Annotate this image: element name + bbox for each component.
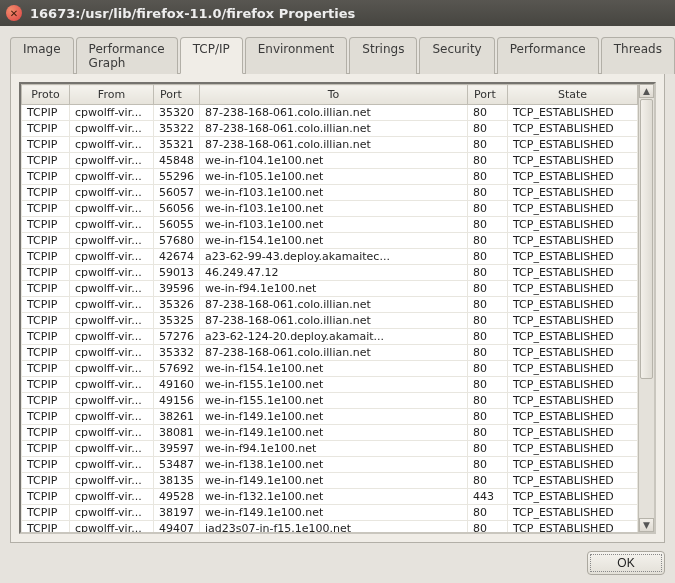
- ok-button[interactable]: OK: [587, 551, 665, 575]
- table-row[interactable]: TCPIPcpwolff-vir...57692we-in-f154.1e100…: [22, 361, 638, 377]
- table-cell: a23-62-124-20.deploy.akamait...: [200, 329, 468, 345]
- table-cell: cpwolff-vir...: [70, 505, 154, 521]
- table-cell: 56055: [154, 217, 200, 233]
- table-cell: we-in-f149.1e100.net: [200, 425, 468, 441]
- table-cell: 56057: [154, 185, 200, 201]
- table-row[interactable]: TCPIPcpwolff-vir...3532687-238-168-061.c…: [22, 297, 638, 313]
- table-cell: 80: [468, 169, 508, 185]
- table-cell: 80: [468, 409, 508, 425]
- table-cell: TCP_ESTABLISHED: [508, 473, 638, 489]
- table-cell: TCP_ESTABLISHED: [508, 393, 638, 409]
- table-cell: 53487: [154, 457, 200, 473]
- table-cell: 35326: [154, 297, 200, 313]
- tab-strings[interactable]: Strings: [349, 37, 417, 74]
- table-cell: we-in-f103.1e100.net: [200, 185, 468, 201]
- table-cell: TCP_ESTABLISHED: [508, 121, 638, 137]
- table-row[interactable]: TCPIPcpwolff-vir...3532187-238-168-061.c…: [22, 137, 638, 153]
- table-cell: cpwolff-vir...: [70, 425, 154, 441]
- table-row[interactable]: TCPIPcpwolff-vir...38261we-in-f149.1e100…: [22, 409, 638, 425]
- close-icon[interactable]: ✕: [6, 5, 22, 21]
- table-cell: 80: [468, 233, 508, 249]
- table-cell: TCP_ESTABLISHED: [508, 521, 638, 533]
- scroll-down-icon[interactable]: ▼: [639, 518, 654, 532]
- table-row[interactable]: TCPIPcpwolff-vir...38135we-in-f149.1e100…: [22, 473, 638, 489]
- table-cell: we-in-f149.1e100.net: [200, 409, 468, 425]
- window-body: ImagePerformance GraphTCP/IPEnvironmentS…: [0, 26, 675, 583]
- table-cell: 39597: [154, 441, 200, 457]
- vertical-scrollbar[interactable]: ▲ ▼: [638, 84, 654, 532]
- table-row[interactable]: TCPIPcpwolff-vir...3533287-238-168-061.c…: [22, 345, 638, 361]
- table-cell: cpwolff-vir...: [70, 105, 154, 121]
- table-cell: 80: [468, 425, 508, 441]
- table-cell: 443: [468, 489, 508, 505]
- table-cell: TCP_ESTABLISHED: [508, 361, 638, 377]
- table-row[interactable]: TCPIPcpwolff-vir...3532587-238-168-061.c…: [22, 313, 638, 329]
- table-row[interactable]: TCPIPcpwolff-vir...49407iad23s07-in-f15.…: [22, 521, 638, 533]
- table-cell: TCP_ESTABLISHED: [508, 345, 638, 361]
- table-row[interactable]: TCPIPcpwolff-vir...56055we-in-f103.1e100…: [22, 217, 638, 233]
- scroll-thumb[interactable]: [640, 99, 653, 379]
- table-row[interactable]: TCPIPcpwolff-vir...49156we-in-f155.1e100…: [22, 393, 638, 409]
- table-cell: TCPIP: [22, 137, 70, 153]
- table-cell: 42674: [154, 249, 200, 265]
- table-cell: 55296: [154, 169, 200, 185]
- connection-table: ProtoFromPortToPortState TCPIPcpwolff-vi…: [21, 84, 638, 532]
- table-row[interactable]: TCPIPcpwolff-vir...53487we-in-f138.1e100…: [22, 457, 638, 473]
- tab-tcp-ip[interactable]: TCP/IP: [180, 37, 243, 74]
- table-row[interactable]: TCPIPcpwolff-vir...56056we-in-f103.1e100…: [22, 201, 638, 217]
- table-cell: TCP_ESTABLISHED: [508, 409, 638, 425]
- table-cell: 49528: [154, 489, 200, 505]
- column-header[interactable]: Proto: [22, 85, 70, 105]
- table-cell: TCPIP: [22, 521, 70, 533]
- column-header[interactable]: Port: [468, 85, 508, 105]
- table-row[interactable]: TCPIPcpwolff-vir...45848we-in-f104.1e100…: [22, 153, 638, 169]
- scroll-up-icon[interactable]: ▲: [639, 84, 654, 98]
- table-cell: TCP_ESTABLISHED: [508, 441, 638, 457]
- tab-threads[interactable]: Threads: [601, 37, 675, 74]
- table-cell: 87-238-168-061.colo.illian.net: [200, 121, 468, 137]
- table-row[interactable]: TCPIPcpwolff-vir...49528we-in-f132.1e100…: [22, 489, 638, 505]
- table-row[interactable]: TCPIPcpwolff-vir...42674a23-62-99-43.dep…: [22, 249, 638, 265]
- table-row[interactable]: TCPIPcpwolff-vir...3532287-238-168-061.c…: [22, 121, 638, 137]
- tab-environment[interactable]: Environment: [245, 37, 348, 74]
- table-cell: 49156: [154, 393, 200, 409]
- table-row[interactable]: TCPIPcpwolff-vir...3532087-238-168-061.c…: [22, 105, 638, 121]
- table-cell: cpwolff-vir...: [70, 377, 154, 393]
- table-row[interactable]: TCPIPcpwolff-vir...38081we-in-f149.1e100…: [22, 425, 638, 441]
- table-cell: we-in-f155.1e100.net: [200, 377, 468, 393]
- column-header[interactable]: To: [200, 85, 468, 105]
- tab-image[interactable]: Image: [10, 37, 74, 74]
- table-row[interactable]: TCPIPcpwolff-vir...49160we-in-f155.1e100…: [22, 377, 638, 393]
- table-cell: cpwolff-vir...: [70, 265, 154, 281]
- table-row[interactable]: TCPIPcpwolff-vir...56057we-in-f103.1e100…: [22, 185, 638, 201]
- tab-performance[interactable]: Performance: [497, 37, 599, 74]
- table-cell: we-in-f155.1e100.net: [200, 393, 468, 409]
- table-cell: 87-238-168-061.colo.illian.net: [200, 105, 468, 121]
- tab-security[interactable]: Security: [419, 37, 494, 74]
- table-cell: TCPIP: [22, 425, 70, 441]
- column-header[interactable]: Port: [154, 85, 200, 105]
- table-cell: 35332: [154, 345, 200, 361]
- table-cell: cpwolff-vir...: [70, 249, 154, 265]
- table-cell: 46.249.47.12: [200, 265, 468, 281]
- table-cell: 59013: [154, 265, 200, 281]
- table-cell: cpwolff-vir...: [70, 489, 154, 505]
- column-header[interactable]: State: [508, 85, 638, 105]
- table-cell: cpwolff-vir...: [70, 233, 154, 249]
- table-row[interactable]: TCPIPcpwolff-vir...55296we-in-f105.1e100…: [22, 169, 638, 185]
- table-row[interactable]: TCPIPcpwolff-vir...5901346.249.47.1280TC…: [22, 265, 638, 281]
- connection-table-scroll[interactable]: ProtoFromPortToPortState TCPIPcpwolff-vi…: [21, 84, 638, 532]
- table-row[interactable]: TCPIPcpwolff-vir...38197we-in-f149.1e100…: [22, 505, 638, 521]
- table-cell: TCPIP: [22, 473, 70, 489]
- column-header[interactable]: From: [70, 85, 154, 105]
- table-cell: 57692: [154, 361, 200, 377]
- tab-performance-graph[interactable]: Performance Graph: [76, 37, 178, 74]
- table-row[interactable]: TCPIPcpwolff-vir...39597we-in-f94.1e100.…: [22, 441, 638, 457]
- table-cell: 87-238-168-061.colo.illian.net: [200, 137, 468, 153]
- table-cell: cpwolff-vir...: [70, 153, 154, 169]
- table-header-row: ProtoFromPortToPortState: [22, 85, 638, 105]
- table-row[interactable]: TCPIPcpwolff-vir...39596we-in-f94.1e100.…: [22, 281, 638, 297]
- table-row[interactable]: TCPIPcpwolff-vir...57276a23-62-124-20.de…: [22, 329, 638, 345]
- table-row[interactable]: TCPIPcpwolff-vir...57680we-in-f154.1e100…: [22, 233, 638, 249]
- table-cell: TCP_ESTABLISHED: [508, 137, 638, 153]
